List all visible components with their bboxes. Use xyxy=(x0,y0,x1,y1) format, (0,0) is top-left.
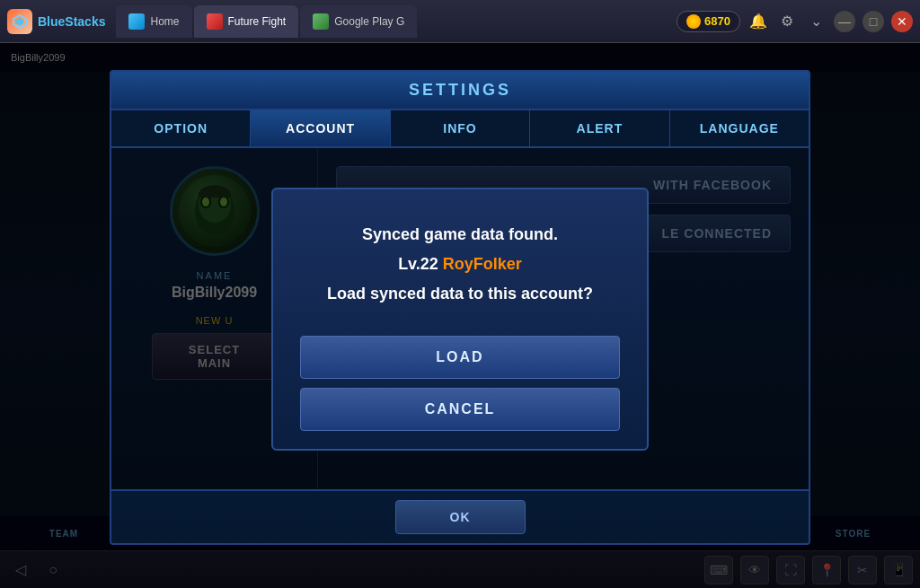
tab-home-label: Home xyxy=(150,15,179,28)
cancel-button[interactable]: CANCEL xyxy=(300,388,620,431)
tab-play-label: Google Play G xyxy=(334,15,404,28)
bluestacks-logo-icon xyxy=(7,9,32,34)
load-button[interactable]: LOAD xyxy=(300,336,620,379)
settings-panel: SETTINGS OPTION ACCOUNT INFO ALERT LANGU… xyxy=(110,70,810,545)
settings-title: SETTINGS xyxy=(111,72,809,110)
fight-tab-icon xyxy=(207,13,223,30)
dialog-username: RoyFolker xyxy=(443,255,522,273)
sync-dialog: Synced game data found. Lv.22 RoyFolker … xyxy=(271,188,649,451)
svg-marker-1 xyxy=(16,18,23,26)
tab-future-fight[interactable]: Future Fight xyxy=(194,5,299,38)
coin-amount: 6870 xyxy=(704,14,730,28)
tab-account[interactable]: ACCOUNT xyxy=(251,110,390,146)
titlebar-right: 6870 🔔 ⚙ ⌄ — □ ✕ xyxy=(677,11,913,32)
coin-display: 6870 xyxy=(677,11,740,32)
ok-button[interactable]: OK xyxy=(395,500,526,534)
tab-info[interactable]: INFO xyxy=(391,110,530,146)
home-tab-icon xyxy=(128,13,145,30)
app-name-label: BlueStacks xyxy=(38,14,105,29)
tab-fight-label: Future Fight xyxy=(228,15,287,28)
tab-option[interactable]: OPTION xyxy=(111,110,251,146)
dialog-message3: Load synced data to this account? xyxy=(300,285,620,303)
chevron-down-icon[interactable]: ⌄ xyxy=(805,11,827,32)
settings-body: NAME BigBilly2099 NEW U SELECT MAIN WITH… xyxy=(111,148,809,489)
dialog-buttons: LOAD CANCEL xyxy=(273,321,647,449)
main-content: BigBilly2099 TEAM CHALLENGES ALLIANCE IN… xyxy=(0,43,920,588)
tab-alert[interactable]: ALERT xyxy=(530,110,669,146)
settings-overlay: SETTINGS OPTION ACCOUNT INFO ALERT LANGU… xyxy=(0,43,920,588)
settings-icon[interactable]: ⚙ xyxy=(776,11,798,32)
play-tab-icon xyxy=(313,13,329,30)
coin-icon xyxy=(686,14,701,29)
dialog-body: Synced game data found. Lv.22 RoyFolker … xyxy=(273,189,647,321)
tab-language[interactable]: LANGUAGE xyxy=(670,110,809,146)
close-button[interactable]: ✕ xyxy=(891,11,913,32)
tab-google-play[interactable]: Google Play G xyxy=(300,5,417,38)
dialog-message1: Synced game data found. xyxy=(300,225,620,244)
titlebar: BlueStacks Home Future Fight Google Play… xyxy=(0,0,920,43)
maximize-button[interactable]: □ xyxy=(862,11,884,32)
dialog-level: Lv.22 xyxy=(398,255,443,273)
settings-tabs: OPTION ACCOUNT INFO ALERT LANGUAGE xyxy=(111,110,809,148)
dialog-level-row: Lv.22 RoyFolker xyxy=(300,255,620,274)
app-logo: BlueStacks xyxy=(7,9,105,34)
notification-icon[interactable]: 🔔 xyxy=(748,11,769,32)
tab-home[interactable]: Home xyxy=(116,5,191,38)
ok-btn-area: OK xyxy=(111,489,809,543)
dialog-overlay: Synced game data found. Lv.22 RoyFolker … xyxy=(111,148,809,489)
minimize-button[interactable]: — xyxy=(834,11,855,32)
